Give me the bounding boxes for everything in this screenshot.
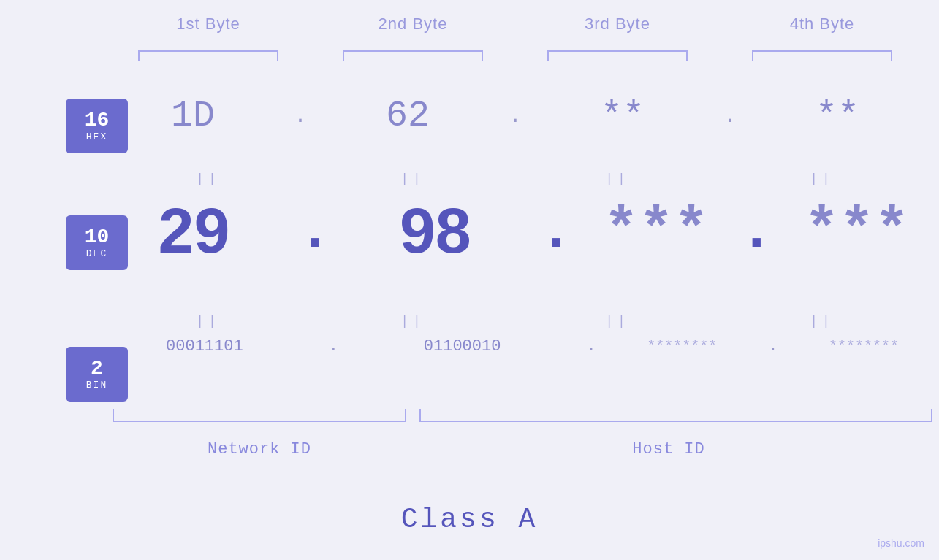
eq2-4: ||: [749, 314, 895, 329]
dec-value-1: 29: [121, 193, 267, 268]
bin-badge-number: 2: [91, 358, 103, 380]
equals-row-1: || || || ||: [106, 172, 924, 186]
hex-values-row: 1D . 62 . ** . **: [106, 95, 924, 137]
dec-values-row: 29 . 98 . *** . ***: [106, 193, 924, 268]
bin-value-3: ********: [647, 338, 717, 355]
eq-2: ||: [340, 172, 486, 186]
hex-value-4: **: [764, 95, 911, 137]
bin-value-2: 01100010: [389, 337, 536, 356]
bin-dot-1: .: [329, 337, 338, 356]
bin-values-row: 00011101 . 01100010 . ******** . *******…: [106, 337, 924, 356]
hex-value-1: 1D: [120, 95, 266, 137]
col-header-3: 3rd Byte: [519, 15, 716, 34]
bin-section: 00011101 . 01100010 . ******** . *******…: [106, 337, 924, 356]
bin-dot-3: .: [768, 337, 778, 356]
dec-badge-label: DEC: [86, 248, 107, 259]
bottom-bracket-svg: [106, 405, 939, 434]
hex-section: 1D . 62 . ** . **: [106, 95, 924, 137]
main-layout: 1st Byte 2nd Byte 3rd Byte 4th Byte: [0, 0, 939, 560]
eq2-3: ||: [544, 314, 691, 329]
hex-value-3: **: [550, 95, 696, 137]
dec-value-2: 98: [362, 193, 509, 268]
eq-3: ||: [544, 172, 691, 186]
bin-dot-2: .: [586, 337, 596, 356]
dec-dot-3: .: [739, 198, 774, 264]
dec-section: 29 . 98 . *** . ***: [106, 193, 924, 268]
top-bracket-3: [544, 47, 691, 66]
eq2-2: ||: [340, 314, 486, 329]
watermark: ipshu.com: [878, 537, 924, 549]
col-header-1: 1st Byte: [110, 15, 307, 34]
hex-value-2: 62: [335, 95, 481, 137]
top-bracket-2: [340, 47, 486, 66]
dec-value-4: ***: [804, 198, 909, 264]
eq2-1: ||: [135, 314, 281, 329]
dec-dot-2: .: [539, 198, 574, 264]
col-header-4: 4th Byte: [723, 15, 921, 34]
hex-dot-2: .: [509, 104, 522, 129]
eq-4: ||: [749, 172, 895, 186]
hex-badge-label: HEX: [86, 131, 107, 142]
top-bracket-4: [749, 47, 895, 66]
bin-value-4: ********: [829, 338, 899, 355]
top-brackets: [106, 47, 924, 66]
dec-dot-1: .: [297, 198, 332, 264]
network-id-label: Network ID: [106, 440, 413, 459]
class-label: Class A: [0, 504, 939, 535]
equals-row-2: || || || ||: [106, 314, 924, 329]
dec-value-3: ***: [604, 198, 709, 264]
hex-dot-1: .: [294, 104, 307, 129]
eq-1: ||: [135, 172, 281, 186]
column-headers: 1st Byte 2nd Byte 3rd Byte 4th Byte: [106, 15, 924, 34]
bottom-bracket-area: Network ID Host ID: [106, 405, 924, 434]
top-bracket-1: [135, 47, 281, 66]
bin-value-1: 00011101: [132, 337, 278, 356]
col-header-2: 2nd Byte: [314, 15, 512, 34]
bin-badge-label: BIN: [86, 380, 107, 391]
host-id-label: Host ID: [413, 440, 924, 459]
hex-dot-3: .: [723, 104, 737, 129]
